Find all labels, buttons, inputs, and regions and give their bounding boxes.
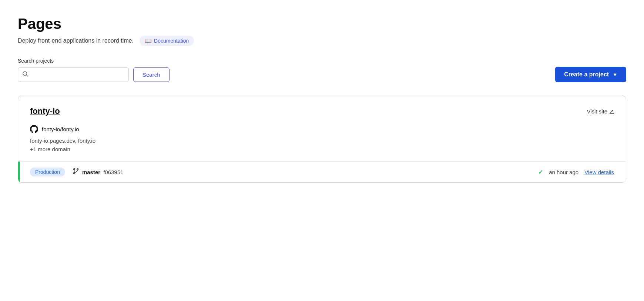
branch-icon — [73, 168, 79, 176]
project-card-footer: Production master f063951 ✓ an hour ago … — [18, 161, 626, 182]
branch-name: master — [82, 169, 100, 175]
documentation-link[interactable]: 📖 Documentation — [140, 36, 194, 46]
view-details-link[interactable]: View details — [584, 169, 614, 175]
create-project-label: Create a project — [564, 71, 609, 78]
check-icon: ✓ — [538, 169, 543, 176]
search-button[interactable]: Search — [133, 67, 170, 82]
production-badge: Production — [30, 168, 65, 176]
page-subtitle-row: Deploy front-end applications in record … — [18, 36, 626, 46]
project-name[interactable]: fonty-io — [30, 106, 60, 116]
project-more-domains: +1 more domain — [30, 146, 614, 152]
page-subtitle: Deploy front-end applications in record … — [18, 37, 134, 44]
visit-site-link[interactable]: Visit site ↗ — [587, 108, 614, 115]
search-input-group: Search — [18, 67, 170, 82]
search-row: Search Create a project ▼ — [18, 67, 626, 82]
project-domains: fonty-io.pages.dev, fonty.io — [30, 138, 614, 144]
search-input[interactable] — [18, 67, 129, 82]
dropdown-arrow-icon: ▼ — [613, 72, 617, 77]
commit-hash: f063951 — [103, 169, 123, 175]
documentation-label: Documentation — [154, 38, 189, 44]
book-icon: 📖 — [145, 37, 152, 44]
project-card-body: fonty-io Visit site ↗ fonty-io/fonty.io … — [18, 96, 626, 161]
project-repo-name: fonty-io/fonty.io — [42, 126, 79, 132]
search-section: Search projects Search Create a project … — [18, 58, 626, 82]
branch-section: master f063951 — [73, 168, 123, 176]
project-card: fonty-io Visit site ↗ fonty-io/fonty.io … — [18, 96, 626, 183]
footer-right: ✓ an hour ago View details — [538, 169, 614, 176]
project-repo-row: fonty-io/fonty.io — [30, 125, 614, 133]
search-label: Search projects — [18, 58, 626, 64]
page-header: Pages Deploy front-end applications in r… — [18, 15, 626, 46]
production-indicator — [18, 162, 20, 182]
page-title: Pages — [18, 15, 626, 33]
project-card-header: fonty-io Visit site ↗ — [30, 106, 614, 116]
create-project-button[interactable]: Create a project ▼ — [555, 67, 626, 82]
github-icon — [30, 125, 38, 133]
time-ago: an hour ago — [549, 169, 578, 175]
search-input-wrapper — [18, 67, 129, 82]
external-link-icon: ↗ — [610, 108, 614, 114]
visit-site-label: Visit site — [587, 108, 607, 115]
